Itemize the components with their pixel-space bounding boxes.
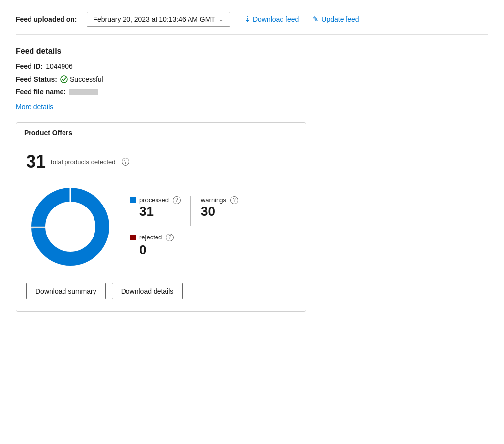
download-feed-label: Download feed (253, 15, 299, 23)
feed-filename-label: Feed file name: (16, 88, 66, 96)
donut-svg (26, 182, 115, 271)
warnings-help-icon[interactable]: ? (230, 196, 238, 204)
processed-color-box (130, 197, 136, 203)
card-footer: Download summary Download details (26, 283, 296, 299)
processed-header: processed ? (130, 196, 181, 204)
rejected-header: rejected ? (130, 234, 238, 241)
download-details-button[interactable]: Download details (112, 283, 183, 299)
card-header: Product Offers (16, 123, 306, 143)
edit-icon: ✎ (313, 15, 319, 24)
svg-point-0 (61, 76, 67, 83)
rejected-group: rejected ? 0 (130, 234, 238, 258)
total-products-number: 31 (26, 153, 46, 171)
feed-id-label: Feed ID: (16, 62, 43, 70)
processed-warnings-row: processed ? 31 warnings ? 30 (130, 196, 238, 226)
download-feed-link[interactable]: ⇣ Download feed (244, 15, 299, 24)
processed-help-icon[interactable]: ? (173, 196, 181, 204)
warnings-label: warnings (201, 196, 226, 204)
feed-details-section: Feed details Feed ID: 1044906 Feed Statu… (16, 47, 488, 122)
feed-status-row: Feed Status: Successful (16, 75, 488, 83)
product-offers-card: Product Offers 31 total products detecte… (16, 122, 306, 312)
chart-stats-area: processed ? 31 warnings ? 30 (26, 182, 296, 271)
processed-value: 31 (139, 204, 181, 219)
rejected-label: rejected (139, 234, 162, 241)
processed-col: processed ? 31 (130, 196, 181, 219)
feed-uploaded-label: Feed uploaded on: (16, 15, 77, 23)
feed-id-value: 1044906 (46, 62, 73, 70)
chevron-down-icon: ⌄ (219, 16, 224, 23)
rejected-color-box (130, 235, 136, 240)
rejected-help-icon[interactable]: ? (166, 234, 174, 241)
donut-chart (26, 182, 115, 271)
feed-date-dropdown[interactable]: February 20, 2023 at 10:13:46 AM GMT ⌄ (87, 12, 230, 27)
update-feed-label: Update feed (321, 15, 359, 23)
card-body: 31 total products detected ? (16, 143, 306, 311)
warnings-col: warnings ? 30 (201, 196, 238, 219)
feed-status-value: Successful (60, 75, 103, 83)
warnings-value: 30 (201, 204, 238, 219)
download-summary-button[interactable]: Download summary (26, 283, 106, 299)
top-bar: Feed uploaded on: February 20, 2023 at 1… (16, 12, 488, 35)
more-details-link[interactable]: More details (16, 103, 53, 111)
warnings-header: warnings ? (201, 196, 238, 204)
total-products-label: total products detected (51, 158, 116, 166)
feed-filename-row: Feed file name: (16, 88, 488, 96)
feed-id-row: Feed ID: 1044906 (16, 62, 488, 70)
feed-date-value: February 20, 2023 at 10:13:46 AM GMT (93, 15, 215, 23)
feed-status-label: Feed Status: (16, 75, 57, 83)
rejected-value: 0 (139, 242, 238, 258)
success-checkmark-icon (60, 75, 68, 83)
stats-area: processed ? 31 warnings ? 30 (130, 196, 238, 258)
feed-filename-value (69, 89, 98, 95)
total-products-row: 31 total products detected ? (26, 153, 296, 171)
total-products-help-icon[interactable]: ? (122, 158, 129, 166)
download-icon: ⇣ (244, 15, 251, 24)
stats-divider (190, 196, 191, 226)
update-feed-link[interactable]: ✎ Update feed (313, 15, 359, 24)
processed-label: processed (139, 196, 169, 204)
feed-details-title: Feed details (16, 47, 488, 56)
